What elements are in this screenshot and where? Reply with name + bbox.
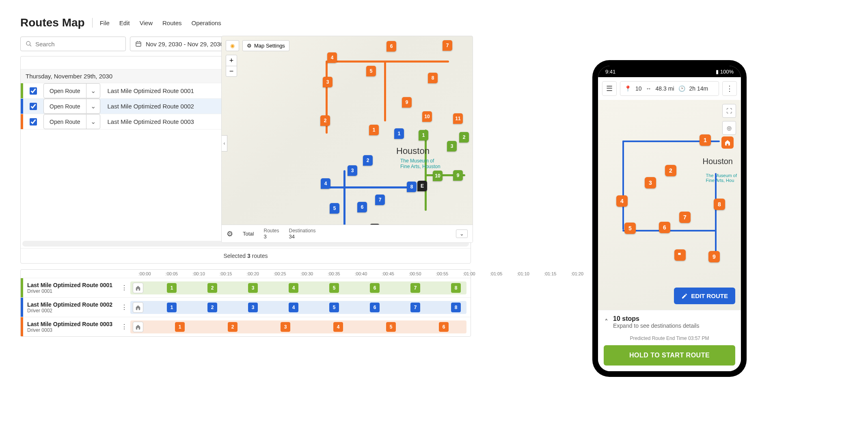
timeline-stop[interactable]: 4 [289,283,298,293]
map-marker[interactable]: 10 [422,111,432,122]
phone-marker[interactable]: 2 [665,165,676,176]
expand-totals-button[interactable]: ⌄ [456,229,468,238]
home-marker[interactable] [721,136,734,149]
phone-marker[interactable]: 7 [679,212,691,223]
map-marker[interactable]: 7 [443,40,452,51]
date-range-picker[interactable]: Nov 29, 2030 - Nov 29, 2030 ▾ [130,37,236,51]
map-marker[interactable]: 10 [433,171,443,181]
map-marker[interactable]: 2 [320,115,330,126]
timeline-stop[interactable]: 2 [228,322,238,332]
phone-marker[interactable]: 1 [700,134,711,146]
menu-routes[interactable]: Routes [162,19,182,26]
map-panel[interactable]: ◉ ⚙Map Settings + − ‹ Houston The Museum… [221,36,473,243]
map-settings-button[interactable]: ⚙Map Settings [242,40,289,51]
menu-edit[interactable]: Edit [119,19,130,26]
menu-button[interactable]: ☰ [602,81,617,96]
phone-marker[interactable]: 9 [708,251,720,262]
search-input[interactable] [35,41,121,48]
phone-marker[interactable]: 6 [659,222,670,233]
timeline-stop[interactable]: 5 [386,322,396,332]
row-more-button[interactable]: ⋮ [118,284,130,292]
start-route-button[interactable]: HOLD TO START ROUTE [604,345,735,366]
chevron-down-icon[interactable]: ⌄ [86,115,100,129]
locate-button[interactable]: ◎ [722,121,736,135]
route-checkbox[interactable] [30,103,37,110]
zoom-in-button[interactable]: + [226,55,237,66]
timeline-track[interactable]: 12345678 [130,281,466,294]
zoom-control[interactable]: + − [226,55,237,77]
phone-marker[interactable]: 3 [645,177,656,188]
timeline-stop[interactable]: 5 [329,283,339,293]
more-button[interactable]: ⋮ [722,81,737,96]
map-marker[interactable]: 2 [363,155,373,166]
route-checkbox[interactable] [30,118,37,125]
map-marker[interactable]: 7 [375,195,385,205]
collapse-panel-button[interactable]: ‹ [222,135,227,151]
map-marker[interactable]: 1 [419,130,428,141]
route-checkbox[interactable] [30,87,37,95]
timeline-stop[interactable]: 8 [451,303,461,312]
phone-marker[interactable]: 8 [714,199,725,210]
timeline-stop[interactable]: 3 [281,322,290,332]
open-route-button[interactable]: Open Route ⌄ [43,99,100,114]
map-marker-end[interactable]: E [417,181,427,191]
map-marker[interactable]: 9 [402,97,412,108]
map-marker[interactable]: 5 [330,203,339,214]
zoom-out-button[interactable]: − [226,66,237,76]
timeline-stop[interactable]: 4 [333,322,343,332]
map-marker[interactable]: 11 [453,113,463,124]
timeline-stop[interactable]: 1 [167,303,177,312]
phone-marker[interactable]: 5 [624,223,636,234]
menu-operations[interactable]: Operations [192,19,221,26]
expand-stops-row[interactable]: ˄ 10 stops Expand to see destinations de… [598,310,741,334]
timeline-stop[interactable]: 6 [439,322,449,332]
map-marker[interactable]: 6 [357,202,367,212]
map-marker[interactable]: 2 [459,132,469,143]
edit-route-button[interactable]: EDIT ROUTE [674,288,735,304]
row-more-button[interactable]: ⋮ [118,323,130,331]
timeline-stop[interactable]: 2 [207,283,217,293]
timeline-stop[interactable]: 5 [329,303,339,312]
timeline-stop[interactable]: 4 [289,303,298,312]
timeline-stop[interactable]: 1 [167,283,177,293]
fullscreen-button[interactable]: ⛶ [722,104,736,118]
map-marker[interactable]: 1 [369,125,379,135]
timeline-stop[interactable]: 3 [248,283,258,293]
open-route-button[interactable]: Open Route ⌄ [43,83,100,98]
streetview-button[interactable]: ◉ [226,40,239,51]
timeline-stop[interactable]: 6 [370,283,380,293]
menu-file[interactable]: File [100,19,110,26]
row-more-button[interactable]: ⋮ [118,303,130,311]
map-marker[interactable]: 3 [447,141,457,151]
chevron-down-icon[interactable]: ⌄ [86,84,100,98]
menu-view[interactable]: View [140,19,153,26]
chevron-down-icon[interactable]: ⌄ [86,99,100,113]
map-marker[interactable]: 4 [327,52,337,63]
timeline-stop[interactable]: 7 [410,283,420,293]
timeline-stop[interactable]: 2 [207,303,217,312]
timeline-stop[interactable]: 6 [370,303,380,312]
timeline-stop[interactable]: 3 [248,303,258,312]
timeline-track[interactable]: 123456 [130,320,466,333]
route-stats-pill[interactable]: 📍10 ↔48.3 mi 🕑2h 14m [620,81,719,96]
clock-icon: 🕑 [678,85,685,92]
map-marker[interactable]: 4 [321,178,330,189]
timeline-stop[interactable]: 8 [451,283,461,293]
map-marker[interactable]: 9 [453,170,463,181]
map-marker[interactable]: 8 [407,182,417,192]
map-marker[interactable]: 3 [348,165,357,176]
search-field[interactable] [20,37,126,51]
timeline-stop[interactable]: 1 [175,322,185,332]
phone-marker[interactable]: 4 [616,195,628,207]
settings-icon[interactable]: ⚙ [227,229,233,238]
map-marker[interactable]: 5 [366,66,376,76]
phone-map[interactable]: ⛶ ◎ Houston The Museum of Fine Arts, Hou… [598,100,741,310]
timeline-track[interactable]: 12345678 [130,301,466,314]
map-marker[interactable]: 6 [386,41,396,52]
timeline-stop[interactable]: 7 [410,303,420,312]
map-marker[interactable]: 1 [394,128,404,139]
map-marker[interactable]: 3 [323,77,333,87]
phone-marker-flag[interactable] [674,249,686,261]
map-marker[interactable]: 8 [428,73,438,83]
open-route-button[interactable]: Open Route ⌄ [43,114,100,129]
